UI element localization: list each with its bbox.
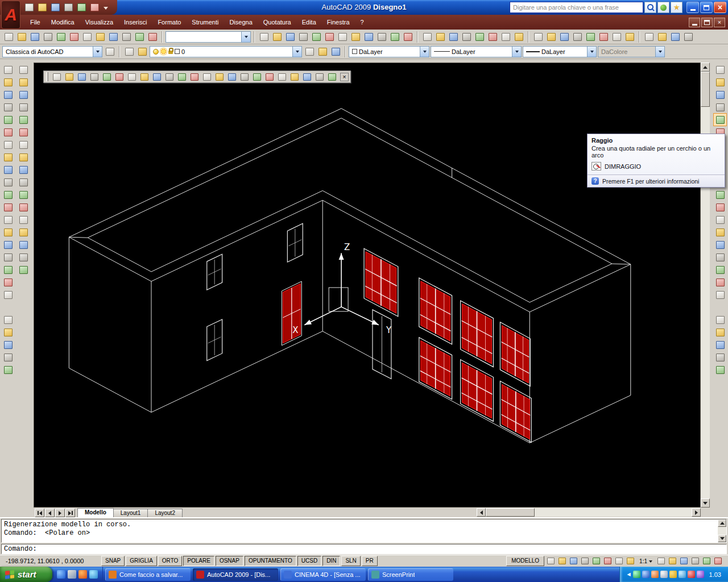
dimradius-button[interactable] [714, 114, 726, 126]
qat-open-button[interactable] [36, 2, 48, 14]
horizontal-scrollbar[interactable] [477, 508, 701, 517]
archive-button[interactable] [584, 31, 597, 43]
circle-button[interactable] [2, 139, 14, 151]
lineweight-combo[interactable]: DaLayer [523, 46, 597, 57]
planar-surface-button[interactable] [163, 72, 175, 82]
menu-quotatura[interactable]: Quotatura [258, 16, 296, 28]
dimedit-button[interactable] [714, 276, 726, 288]
combo-arrow-icon[interactable] [241, 32, 250, 42]
web-publish-button[interactable] [610, 31, 623, 43]
point-button[interactable] [2, 226, 14, 238]
ellipse-button[interactable] [2, 176, 14, 188]
move-button[interactable] [17, 126, 30, 138]
dimarc-button[interactable] [714, 89, 726, 101]
box-button[interactable] [63, 72, 75, 82]
status-menu-button[interactable] [701, 556, 712, 566]
quicklaunch-media-player-icon[interactable] [89, 570, 98, 579]
zoom-button[interactable] [602, 556, 613, 566]
zoom-window-button[interactable] [310, 31, 322, 43]
tab-modello[interactable]: Modello [77, 508, 114, 517]
command-scroll-up-button[interactable] [718, 519, 726, 527]
cone-button[interactable] [88, 72, 100, 82]
menu-disegna[interactable]: Disegna [224, 16, 257, 28]
help-button[interactable] [669, 31, 681, 43]
toolbar-close-button[interactable]: × [340, 73, 349, 81]
menu-item[interactable]: ? [355, 16, 369, 28]
drawing-canvas[interactable]: ZXY × [34, 63, 701, 508]
toggle-opuntamento[interactable]: OPUNTAMENTO [245, 556, 296, 566]
scroll-down-button[interactable] [701, 498, 710, 508]
join-button[interactable] [17, 226, 30, 238]
intersect-button[interactable] [263, 72, 275, 82]
etransmit-button[interactable] [571, 31, 584, 43]
rectangle-button[interactable] [2, 114, 14, 126]
dimjogged-linear-button[interactable] [714, 264, 726, 276]
properties-button[interactable] [349, 31, 362, 43]
qnew-button[interactable] [2, 31, 15, 43]
redo-button[interactable] [271, 31, 283, 43]
quick-view-layouts-button[interactable] [568, 556, 579, 566]
dimstyle-button[interactable] [714, 326, 726, 338]
update-tray-icon[interactable] [651, 571, 659, 578]
vertical-scrollbar[interactable] [701, 63, 710, 508]
zoom-flyout-button[interactable] [714, 339, 726, 351]
tab-last-button[interactable] [65, 509, 75, 517]
dimordinate-button[interactable] [714, 101, 726, 113]
tool-palettes-button[interactable] [375, 31, 388, 43]
wedge-button[interactable] [76, 72, 88, 82]
menu-visualizza[interactable]: Visualizza [80, 16, 118, 28]
color-combo[interactable]: DaLayer [349, 46, 429, 57]
doc-restore-button[interactable] [701, 18, 713, 27]
array-button[interactable] [17, 114, 30, 126]
polysolid-button[interactable] [51, 72, 63, 82]
dimcontinue-button[interactable] [714, 189, 726, 201]
copy-button[interactable] [107, 31, 119, 43]
erase-button[interactable] [643, 31, 655, 43]
menu-edita[interactable]: Edita [297, 16, 321, 28]
erase-button[interactable] [17, 64, 30, 76]
qat-undo-button[interactable] [75, 2, 88, 14]
sheet-set-manager-button[interactable] [388, 31, 401, 43]
task-screenprint[interactable]: ScreenPrint [368, 568, 453, 581]
publish-button[interactable] [68, 31, 80, 43]
break-at-point-button[interactable] [17, 201, 30, 213]
layout-space-button[interactable] [557, 556, 568, 566]
quicklaunch-firefox-icon[interactable] [78, 570, 87, 579]
text-to-front-button[interactable] [2, 364, 14, 376]
revision-cloud-button[interactable] [2, 151, 14, 163]
polyline-button[interactable] [2, 89, 14, 101]
infocenter-search-input[interactable] [510, 2, 643, 13]
pan-realtime-button[interactable] [284, 31, 296, 43]
table-button[interactable] [473, 31, 486, 43]
workspace-settings-button[interactable] [104, 45, 116, 57]
dimbreak-button[interactable] [714, 214, 726, 226]
plot-button[interactable] [42, 31, 54, 43]
hyperlink-button[interactable] [460, 31, 473, 43]
cylinder-button[interactable] [113, 72, 125, 82]
toolbar-lock-button[interactable] [690, 556, 701, 566]
qat-plot-button[interactable] [62, 2, 75, 14]
combo-arrow-icon[interactable] [512, 47, 521, 57]
horizontal-scroll-thumb[interactable] [486, 508, 535, 517]
explode-button[interactable] [17, 264, 30, 276]
quicklaunch-internet-explorer-icon[interactable] [57, 570, 65, 579]
workspace-combo[interactable]: Classica di AutoCAD [2, 46, 102, 57]
render-button[interactable] [512, 31, 525, 43]
toggle-griglia[interactable]: GRIGLIA [126, 556, 157, 566]
region-button[interactable] [2, 264, 14, 276]
steering-wheel-button[interactable] [614, 556, 624, 566]
pyramid-button[interactable] [138, 72, 150, 82]
chamfer-button[interactable] [17, 239, 30, 251]
doc-close-button[interactable]: × [714, 18, 725, 27]
save-button[interactable] [28, 31, 41, 43]
tab-layout1[interactable]: Layout1 [113, 509, 148, 517]
match-properties-button[interactable] [133, 31, 146, 43]
zoom-realtime-button[interactable] [297, 31, 309, 43]
copy-button[interactable] [17, 76, 30, 88]
paste-button[interactable] [120, 31, 133, 43]
command-history[interactable]: Rigenerazione modello in corso.Comando: … [1, 519, 727, 543]
network-tray-icon[interactable] [642, 571, 650, 578]
hatch-button[interactable] [2, 239, 14, 251]
menu-file[interactable]: File [25, 16, 46, 28]
dimaligned-button[interactable] [714, 76, 726, 88]
